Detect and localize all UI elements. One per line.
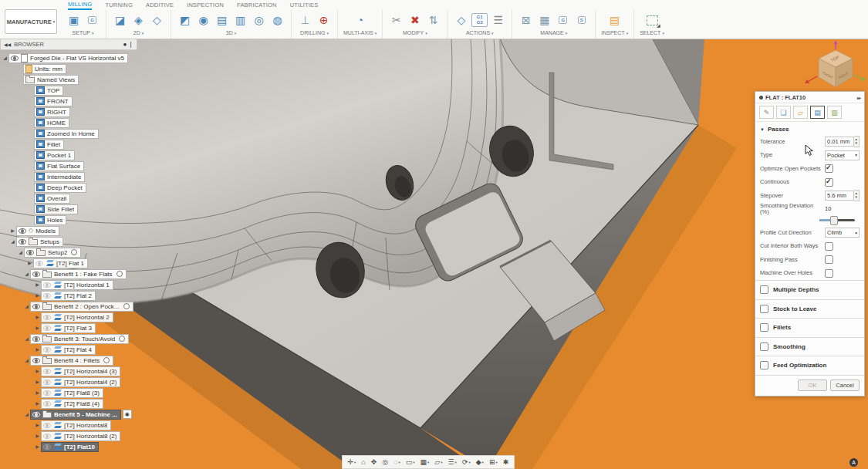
section-checkbox[interactable] — [760, 323, 768, 332]
grid-icon[interactable]: ▦ ▾ — [417, 458, 432, 466]
visibility-eye-off-icon[interactable] — [43, 347, 51, 353]
browser-row[interactable]: ◢ Setups — [0, 236, 137, 247]
steps-icon[interactable]: ☰ ▾ — [445, 458, 459, 466]
checkbox[interactable] — [825, 269, 833, 278]
browser-row[interactable]: ▶ [T2] Flat8 (3) — [0, 387, 137, 398]
browser-row[interactable]: Side Fillet — [0, 204, 137, 214]
browser-row[interactable]: Deep Pocket — [0, 182, 137, 193]
drill-icon[interactable]: ⊥ — [297, 12, 313, 29]
dropdown-select[interactable]: Climb ▾ — [825, 228, 860, 238]
pan-icon[interactable]: ✥ — [368, 458, 380, 466]
visibility-eye-off-icon[interactable] — [35, 261, 43, 266]
spinner-arrows[interactable]: ▲▼ — [854, 190, 860, 201]
visibility-eye-icon[interactable] — [32, 336, 40, 342]
collapse-panel-icon[interactable]: ◀◀ — [4, 42, 11, 47]
ok-button[interactable]: OK — [798, 380, 827, 391]
visibility-eye-off-icon[interactable] — [43, 380, 51, 385]
browser-header[interactable]: ◀◀ BROWSER ●❘ — [0, 39, 137, 50]
expand-closed-icon[interactable]: ▶ — [26, 261, 33, 265]
browser-row[interactable]: ◢ Benefit 1 : Fake Flats — [0, 268, 137, 279]
post-process-icon[interactable]: G1 G2 — [471, 12, 488, 29]
2d-pocket-icon[interactable]: ◪ — [112, 12, 128, 29]
ribbon-tab[interactable]: MILLING — [68, 1, 92, 10]
browser-row[interactable]: ▶ [T2] Horizontal 1 — [0, 279, 137, 290]
ribbon-tab[interactable]: ADDITIVE — [146, 2, 174, 9]
visibility-eye-off-icon[interactable] — [43, 401, 51, 407]
expand-closed-icon[interactable]: ▶ — [34, 282, 41, 287]
expand-closed-icon[interactable]: ▶ — [34, 401, 41, 406]
browser-row[interactable]: ◢ Benefit 3: Touch/Avoid — [0, 333, 137, 344]
display-settings-icon[interactable]: ▭ ▾ — [403, 458, 417, 466]
expand-closed-icon[interactable]: ▶ — [34, 347, 41, 352]
expand-closed-icon[interactable]: ▶ — [34, 444, 41, 449]
browser-row[interactable]: FRONT — [0, 96, 137, 106]
browser-row[interactable]: ▶ [T2] Horizontal4 (3) — [0, 366, 137, 376]
visibility-eye-off-icon[interactable] — [43, 434, 51, 439]
refresh-icon[interactable]: ⟳ ▾ — [459, 458, 473, 466]
browser-row[interactable]: ◢ Forged Die - Flat VS Horizontal v5 — [0, 52, 137, 63]
edit-passes-icon[interactable]: ⇅ — [425, 12, 441, 29]
browser-row[interactable]: ▶ [T2] Flat8 (4) — [0, 398, 137, 409]
setup-sheet-icon[interactable]: ☰ — [490, 12, 506, 29]
browser-row[interactable]: ▶ [T2] Flat10 — [0, 441, 137, 452]
expand-closed-icon[interactable]: ▶ — [34, 390, 41, 395]
browser-row[interactable]: Pocket 1 — [0, 150, 137, 160]
visibility-eye-off-icon[interactable] — [43, 293, 51, 299]
expand-open-icon[interactable]: ◢ — [23, 304, 30, 309]
visibility-eye-off-icon[interactable] — [43, 369, 51, 374]
dialog-section[interactable]: Multiple Depths — [755, 280, 864, 299]
browser-row[interactable]: Holes — [0, 214, 137, 225]
visibility-eye-off-icon[interactable] — [43, 282, 51, 288]
dialog-section[interactable]: Stock to Leave — [755, 299, 864, 319]
expand-closed-icon[interactable]: ▶ — [34, 293, 41, 298]
visibility-eye-off-icon[interactable] — [43, 315, 51, 320]
dialog-header[interactable]: FLAT : FLAT10 ▸▸ — [755, 92, 864, 103]
slider-handle[interactable] — [830, 216, 838, 225]
cancel-button[interactable]: Cancel — [830, 380, 860, 391]
swarf-icon[interactable]: ◔ — [352, 12, 368, 29]
spinner-arrows[interactable]: ▲▼ — [854, 136, 860, 147]
section-checkbox[interactable] — [760, 361, 768, 369]
tool-tab[interactable]: ✎ — [759, 106, 774, 119]
slider[interactable] — [819, 219, 855, 221]
visibility-eye-off-icon[interactable] — [43, 423, 51, 428]
expand-closed-icon[interactable]: ▶ — [34, 315, 41, 319]
visibility-eye-icon[interactable] — [26, 250, 34, 255]
browser-row[interactable]: Overall — [0, 193, 137, 204]
visibility-eye-icon[interactable] — [19, 228, 26, 234]
passes-section-header[interactable]: ▼ Passes — [755, 122, 864, 135]
ribbon-tab[interactable]: FABRICATION — [237, 2, 277, 9]
ribbon-tab[interactable]: TURNING — [105, 2, 133, 9]
assistant-badge[interactable]: A — [849, 458, 858, 467]
browser-row[interactable]: Named Views — [0, 74, 137, 85]
2d-contour-icon[interactable]: ◈ — [130, 12, 147, 29]
dialog-section[interactable]: Feed Optimization — [755, 356, 864, 375]
visibility-eye-icon[interactable] — [32, 358, 40, 363]
collapse-dialog-icon[interactable]: ▸▸ — [857, 95, 860, 100]
workspace-switcher[interactable]: MANUFACTURE ▾ — [5, 9, 57, 34]
expand-open-icon[interactable]: ◢ — [23, 336, 30, 341]
browser-row[interactable]: ▶ Models — [0, 225, 137, 236]
browser-row[interactable]: ▶ [T2] Flat 1 — [0, 258, 137, 268]
browser-row[interactable]: ◢ Setup2 — [0, 247, 137, 258]
window-select-icon[interactable] — [644, 12, 660, 29]
browser-row[interactable]: TOP — [0, 85, 137, 96]
browser-row[interactable]: ◢ Benefit 5 - Machine ... ◉ — [0, 409, 137, 420]
expand-open-icon[interactable]: ◢ — [23, 358, 30, 363]
browser-row[interactable]: ▶ [T2] Horizontal8 — [0, 420, 137, 430]
expand-closed-icon[interactable]: ▶ — [34, 326, 41, 330]
machine-library-icon[interactable]: ▦ — [536, 12, 552, 29]
checkbox[interactable] — [825, 178, 833, 187]
orbit-icon[interactable]: ✛ ▾ — [345, 458, 359, 466]
measure-icon[interactable]: ▤ — [606, 12, 623, 29]
delete-passes-icon[interactable]: ✖ — [407, 12, 423, 29]
heights-tab[interactable]: ▱ — [793, 106, 808, 119]
number-input[interactable]: 0.01 mm — [825, 137, 854, 147]
expand-closed-icon[interactable]: ▶ — [34, 434, 41, 438]
post-library-icon[interactable]: G — [555, 12, 571, 29]
viewports-icon[interactable]: ⊞ ▾ — [486, 458, 500, 466]
browser-row[interactable]: ▶ [T2] Flat 3 — [0, 322, 137, 333]
section-checkbox[interactable] — [760, 285, 768, 294]
2d-adaptive-icon[interactable]: ◇ — [149, 12, 165, 29]
checkbox[interactable] — [825, 164, 833, 173]
